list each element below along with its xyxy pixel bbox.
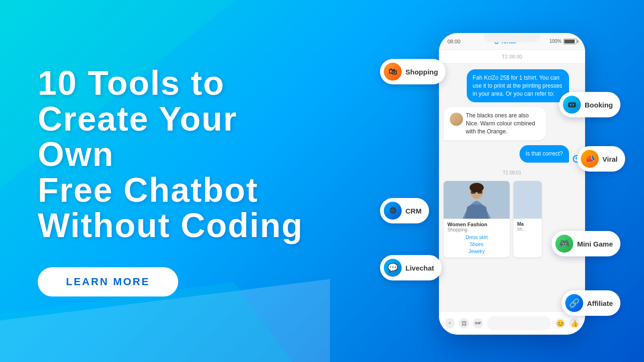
outgoing-message-2: Is that correct?	[520, 145, 569, 163]
product-link-2[interactable]: Shoes	[447, 241, 506, 247]
product-card-2: Ma Sh...	[513, 181, 542, 257]
affiliate-label: Affiliate	[587, 299, 613, 307]
product-info-1: Women Fashion Shopping Dress skirt Shoes…	[444, 219, 510, 257]
shopping-badge: 🛍 Shopping	[380, 59, 446, 84]
image-icon[interactable]: 🖼	[459, 318, 469, 329]
title-line3: Free Chatbot	[38, 171, 258, 209]
product-image-1	[444, 181, 510, 219]
mini-game-badge: 🎮 Mini Game	[552, 231, 620, 256]
user-avatar	[450, 113, 463, 126]
outgoing-message-1: Fah KclZo 25$ for 1 tshirt. You can use …	[467, 69, 570, 102]
title-line1: 10 Tools to	[38, 64, 225, 102]
svg-rect-4	[478, 190, 482, 194]
left-content: 10 Tools to Create Your Own Free Chatbot…	[0, 66, 321, 296]
battery-icon	[563, 39, 577, 44]
livechat-badge: 💬 Livechat	[380, 255, 442, 280]
chat-input[interactable]	[487, 316, 551, 330]
hero-section: 10 Tools to Create Your Own Free Chatbot…	[0, 0, 644, 362]
phone-mockup-area: 08:00 ⊙ fchat 100% T2 08:00	[418, 14, 606, 349]
booking-badge: 🎟 Booking	[559, 92, 620, 117]
crm-icon: ⚙	[384, 202, 402, 220]
add-icon[interactable]: +	[445, 318, 455, 329]
phone-chat-area: T2 08:00 Fah KclZo 25$ for 1 tshirt. You…	[439, 50, 585, 311]
crm-badge: ⚙ CRM	[380, 198, 429, 223]
title-line4: Without Coding	[38, 206, 303, 244]
incoming-text-1: The blacks ones are also Nice. Warm colo…	[466, 112, 540, 135]
incoming-message-1: The blacks ones are also Nice. Warm colo…	[444, 107, 546, 140]
livechat-label: Livechat	[405, 264, 434, 272]
livechat-icon: 💬	[384, 259, 402, 277]
battery-pct: 100%	[549, 39, 561, 44]
product-image-2	[513, 181, 542, 219]
affiliate-icon: 🔗	[565, 294, 583, 312]
chat-timestamp1: T2 08:00	[439, 50, 585, 64]
booking-label: Booking	[585, 101, 613, 109]
viral-label: Viral	[603, 155, 618, 163]
viral-badge: 📣 Viral	[577, 146, 625, 172]
chat-messages: Fah KclZo 25$ for 1 tshirt. You can use …	[439, 64, 585, 168]
chat-timestamp2: T2 08:01	[439, 170, 585, 175]
emoji-icon[interactable]: 😊	[555, 318, 565, 329]
phone-time: 08:00	[447, 39, 461, 44]
svg-rect-3	[471, 190, 476, 194]
product-info-2: Ma Sh...	[513, 219, 542, 236]
mini-game-icon: 🎮	[555, 235, 573, 253]
crm-label: CRM	[405, 207, 421, 215]
booking-icon: 🎟	[563, 96, 581, 114]
learn-more-button[interactable]: LEARN MORE	[38, 267, 178, 296]
shopping-label: Shopping	[405, 68, 438, 76]
hero-title: 10 Tools to Create Your Own Free Chatbot…	[38, 66, 321, 244]
product-links-1: Dress skirt Shoes Jewelry	[447, 234, 506, 255]
mini-game-label: Mini Game	[577, 240, 613, 248]
viral-icon: 📣	[581, 150, 599, 168]
svg-rect-6	[513, 181, 542, 219]
product-name-1: Women Fashion	[447, 222, 506, 227]
product-link-1[interactable]: Dress skirt	[447, 234, 506, 240]
title-line2: Create Your Own	[38, 100, 237, 173]
like-icon[interactable]: 👍	[569, 318, 579, 329]
phone-bottom-bar: + 🖼 GIF 😊 👍	[439, 311, 585, 335]
product-card-1: Women Fashion Shopping Dress skirt Shoes…	[444, 181, 510, 257]
shopping-icon: 🛍	[384, 63, 402, 81]
phone-frame: 08:00 ⊙ fchat 100% T2 08:00	[439, 33, 585, 335]
gif-icon[interactable]: GIF	[473, 318, 483, 329]
phone-notch	[484, 33, 540, 42]
affiliate-badge: 🔗 Affiliate	[561, 290, 620, 316]
product-link-3[interactable]: Jewelry	[447, 248, 506, 255]
product-cat-1: Shopping	[447, 227, 506, 232]
